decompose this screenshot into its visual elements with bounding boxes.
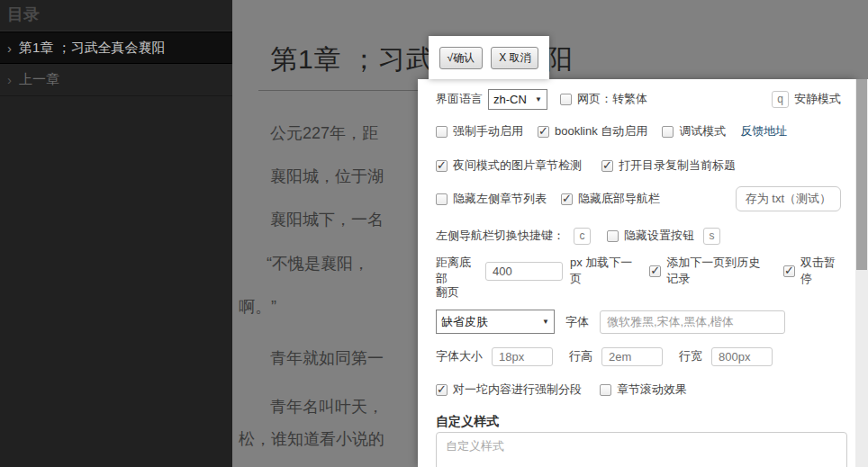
distance-suffix: px 加载下一页 bbox=[570, 255, 637, 287]
novel-text-line: “不愧是襄阳， bbox=[267, 253, 369, 274]
line-width-input[interactable] bbox=[711, 347, 773, 366]
night-image-label: 夜间模式的图片章节检测 bbox=[453, 157, 582, 174]
hide-bottom-nav-label: 隐藏底部导航栏 bbox=[578, 191, 660, 207]
copy-title-label: 打开目录复制当前标题 bbox=[619, 157, 736, 174]
row-paging: 距离底部 px 加载下一页 添加下一页到历史记录 双击暂停 bbox=[436, 261, 841, 281]
dblclick-pause-label-wrap: 翻页 bbox=[436, 284, 459, 301]
toggle-nav-key-input[interactable]: c bbox=[574, 228, 591, 245]
novel-text-line: 公元227年，距 bbox=[270, 122, 378, 144]
prev-chapter-label: 上一章 bbox=[19, 71, 59, 88]
dropdown-arrow-icon: ▼ bbox=[535, 95, 542, 103]
feedback-link[interactable]: 反馈地址 bbox=[740, 123, 787, 139]
cancel-button[interactable]: X 取消 bbox=[491, 47, 538, 69]
hide-left-list-checkbox[interactable] bbox=[436, 193, 448, 205]
novel-text-line: 襄阳城下，一名 bbox=[270, 209, 384, 230]
row-hide-panels: 隐藏左侧章节列表 隐藏底部导航栏 存为 txt（测试） bbox=[436, 187, 841, 211]
distance-input[interactable] bbox=[485, 262, 563, 281]
font-size-input[interactable] bbox=[492, 347, 553, 366]
row-paragraph: 对一坨内容进行强制分段 章节滚动效果 bbox=[436, 382, 841, 398]
settings-dialog: 界面语言 zh-CN ▼ 网页：转繁体 q 安静模式 强制手动启用 bbox=[418, 79, 855, 467]
row-language: 界面语言 zh-CN ▼ 网页：转繁体 q 安静模式 bbox=[436, 88, 841, 110]
skin-select[interactable]: 缺省皮肤 ▼ bbox=[436, 310, 555, 334]
font-label: 字体 bbox=[565, 314, 589, 330]
hide-settings-label: 隐藏设置按钮 bbox=[624, 228, 694, 244]
hide-left-list-label: 隐藏左侧章节列表 bbox=[453, 191, 547, 207]
shortcut-label: 左侧导航栏切换快捷键： bbox=[436, 228, 565, 244]
booklink-auto-checkbox[interactable] bbox=[538, 126, 549, 138]
hide-bottom-nav-checkbox[interactable] bbox=[561, 193, 573, 205]
line-height-label: 行高 bbox=[569, 348, 592, 364]
sidebar-item-prev-chapter[interactable]: › 上一章 bbox=[0, 64, 232, 96]
novel-text-line: 青年名叫叶天， bbox=[270, 396, 384, 418]
row-detection: 夜间模式的图片章节检测 打开目录复制当前标题 bbox=[436, 157, 841, 174]
dropdown-arrow-icon: ▼ bbox=[542, 318, 549, 326]
force-manual-checkbox[interactable] bbox=[436, 126, 448, 138]
force-split-label: 对一坨内容进行强制分段 bbox=[453, 382, 582, 398]
save-txt-button[interactable]: 存为 txt（测试） bbox=[736, 186, 841, 211]
debug-mode-label: 调试模式 bbox=[679, 123, 726, 139]
scroll-effect-label: 章节滚动效果 bbox=[617, 382, 687, 398]
row-skin-font: 缺省皮肤 ▼ 字体 bbox=[436, 310, 841, 334]
row-activation: 强制手动启用 booklink 自动启用 调试模式 反馈地址 bbox=[436, 123, 841, 139]
custom-style-textarea[interactable] bbox=[436, 432, 847, 467]
language-label: 界面语言 bbox=[436, 91, 483, 107]
language-select[interactable]: zh-CN ▼ bbox=[488, 89, 547, 110]
sidebar-item-chapter-1[interactable]: › 第1章 ；习武全真会襄阳 bbox=[0, 31, 232, 64]
quiet-mode-label: 安静模式 bbox=[794, 91, 841, 107]
dialog-scrollbar-track[interactable] bbox=[855, 79, 868, 467]
language-value: zh-CN bbox=[493, 93, 527, 106]
dialog-scrollbar-thumb[interactable] bbox=[856, 79, 867, 270]
toc-header: 目录 bbox=[0, 0, 232, 31]
hide-settings-key-input[interactable]: s bbox=[703, 228, 720, 245]
force-split-checkbox[interactable] bbox=[436, 384, 448, 396]
novel-text-line: 襄阳城，位于湖 bbox=[270, 166, 384, 187]
booklink-auto-label: booklink 自动启用 bbox=[555, 123, 647, 139]
line-height-input[interactable] bbox=[601, 347, 663, 366]
reader-screen: 第1章 ；习武全真会襄阳 公元227年，距 襄阳城，位于湖 襄阳城下，一名 “不… bbox=[0, 0, 868, 467]
dblclick-pause-checkbox[interactable] bbox=[783, 265, 795, 277]
quiet-mode-key-input[interactable]: q bbox=[772, 91, 789, 108]
custom-style-label: 自定义样式 bbox=[436, 414, 499, 430]
copy-title-checkbox[interactable] bbox=[601, 160, 613, 172]
scroll-effect-checkbox[interactable] bbox=[600, 384, 611, 396]
novel-text-line: 松，谁知道看小说的 bbox=[239, 428, 384, 450]
chevron-right-icon: › bbox=[7, 72, 12, 87]
font-size-label: 字体大小 bbox=[436, 348, 483, 364]
web-traditional-checkbox[interactable] bbox=[560, 94, 572, 105]
chevron-right-icon: › bbox=[7, 40, 12, 56]
distance-label: 距离底部 bbox=[436, 255, 478, 287]
row-typography: 字体大小 行高 行宽 bbox=[436, 346, 841, 366]
web-traditional-label: 网页：转繁体 bbox=[577, 91, 647, 107]
row-custom-style: 自定义样式 bbox=[436, 414, 841, 430]
skin-value: 缺省皮肤 bbox=[441, 314, 488, 330]
dblclick-pause-label: 双击暂停 bbox=[800, 255, 841, 287]
hide-settings-checkbox[interactable] bbox=[607, 230, 619, 242]
novel-text-line: 啊。” bbox=[239, 296, 276, 318]
toc-sidebar: 目录 › 第1章 ；习武全真会襄阳 › 上一章 bbox=[0, 0, 232, 467]
confirm-button[interactable]: √确认 bbox=[439, 47, 484, 69]
dialog-action-bar: √确认 X 取消 bbox=[429, 36, 549, 79]
add-history-checkbox[interactable] bbox=[649, 265, 661, 277]
debug-mode-checkbox[interactable] bbox=[662, 126, 674, 138]
row-shortcuts: 左侧导航栏切换快捷键： c 隐藏设置按钮 s bbox=[436, 227, 841, 245]
chapter-label: 第1章 ；习武全真会襄阳 bbox=[19, 40, 166, 57]
force-manual-label: 强制手动启用 bbox=[453, 123, 523, 139]
font-family-input[interactable] bbox=[600, 310, 785, 334]
add-history-label: 添加下一页到历史记录 bbox=[666, 255, 771, 287]
novel-text-line: 青年就如同第一 bbox=[270, 347, 384, 369]
night-image-checkbox[interactable] bbox=[436, 160, 448, 172]
line-width-label: 行宽 bbox=[679, 348, 702, 364]
